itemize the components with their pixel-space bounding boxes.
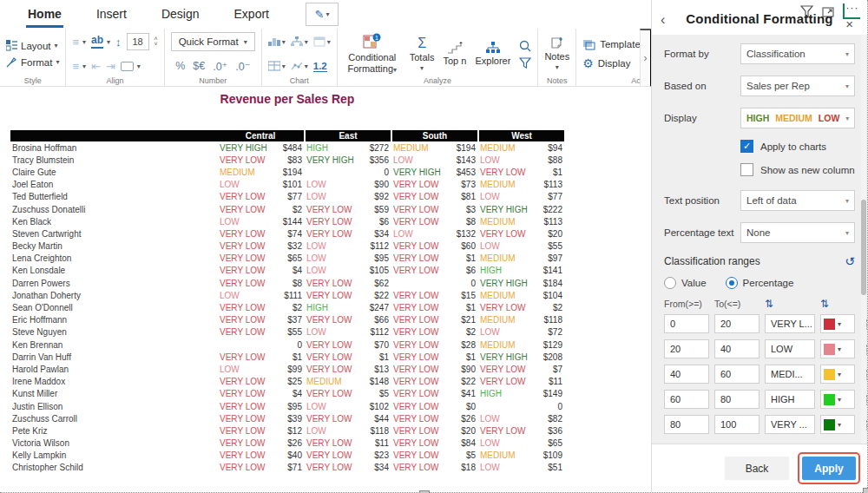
filter-button[interactable]	[519, 57, 531, 69]
table-row[interactable]: Steve NguyenVERY LOW$55LOW$112VERY LOW$2…	[10, 326, 564, 339]
conditional-formatting-button[interactable]: 1 Conditional Formatting▾	[344, 33, 401, 74]
based-on-select[interactable]: Sales per Rep▾	[740, 76, 855, 96]
table-row[interactable]: Harold PawlanLOW$99VERY LOW$13VERY LOW$9…	[10, 363, 564, 375]
range-color-dropdown[interactable]: ▾	[820, 415, 855, 434]
table-row[interactable]: Ken Brennan0VERY LOW$70VERY LOW$28MEDIUM…	[10, 339, 564, 351]
range-from-input[interactable]	[664, 390, 709, 409]
table-row[interactable]: Brosina HoffmanVERY HIGH$484HIGH$272MEDI…	[10, 141, 564, 154]
format-by-select[interactable]: Classification▾	[740, 43, 855, 64]
layout-button[interactable]: Layout▾	[6, 40, 59, 51]
range-to-input[interactable]	[714, 415, 760, 434]
table-row[interactable]: Claire GuteMEDIUM$1940VERY HIGH$453VERY …	[10, 166, 564, 178]
horizontal-align-button[interactable]: ≡▾	[72, 61, 86, 72]
panel-back-button[interactable]: ‹	[661, 12, 665, 28]
table-row[interactable]: Becky MartinVERY LOW$32LOW$112VERY LOW$6…	[10, 240, 564, 253]
explorer-button[interactable]: Explorer	[475, 42, 510, 66]
line-chart-button[interactable]: ▾	[291, 61, 308, 71]
range-name-input[interactable]	[765, 365, 815, 384]
window-chart-button[interactable]: ▾	[313, 36, 331, 47]
increase-decimal-button[interactable]: .0⁺	[213, 60, 227, 73]
table-row[interactable]: Jonathan DohertyLOW$111VERY LOW$22VERY L…	[10, 289, 564, 301]
bar-chart-button[interactable]: ▾	[268, 36, 286, 47]
table-row[interactable]: Kelly LampkinVERY LOW$40VERY LOW$23VERY …	[10, 450, 564, 462]
currency-format-button[interactable]: $€	[193, 60, 205, 72]
text-format-button[interactable]: ab▾	[91, 35, 110, 48]
range-to-input[interactable]	[714, 390, 760, 409]
display-select[interactable]: HIGHMEDIUMLOW▾	[740, 108, 855, 128]
search-button[interactable]	[519, 40, 531, 52]
vertical-align-button[interactable]: ≡▾	[72, 36, 86, 48]
panel-close-button[interactable]: ×	[845, 16, 853, 31]
range-name-input[interactable]	[765, 415, 815, 434]
range-from-input[interactable]	[664, 314, 709, 333]
range-mode-radio-value[interactable]: Value	[664, 277, 707, 289]
range-name-input[interactable]	[765, 339, 815, 358]
templates-button[interactable]: Templates	[582, 39, 640, 50]
table-row[interactable]: Justin EllisonVERY LOW$95LOW$102VERY LOW…	[10, 400, 564, 412]
quick-format-dropdown[interactable]: Quick Format▾	[171, 32, 255, 51]
indent-increase-button[interactable]: ⇥	[106, 61, 115, 72]
font-size-input[interactable]: 18	[127, 33, 149, 50]
table-chart-button[interactable]: ▾	[268, 61, 286, 71]
display-button[interactable]: ⚙ Display	[582, 57, 640, 69]
range-to-input[interactable]	[714, 314, 760, 333]
sort-colors-button[interactable]: ⇅	[820, 298, 855, 310]
decimal-format-button[interactable]: 1.2	[313, 61, 327, 72]
range-name-input[interactable]	[765, 314, 815, 333]
column-header-east[interactable]: East	[304, 130, 391, 141]
tab-design[interactable]: Design	[160, 2, 201, 28]
range-from-input[interactable]	[664, 415, 709, 434]
range-color-dropdown[interactable]: ▾	[820, 390, 855, 409]
range-color-dropdown[interactable]: ▾	[820, 365, 855, 384]
range-color-dropdown[interactable]: ▾	[820, 314, 855, 333]
table-row[interactable]: Zuschuss DonatelliVERY LOW$2VERY LOW$59V…	[10, 203, 564, 215]
percentage-text-select[interactable]: None▾	[740, 222, 855, 243]
notes-button[interactable]: Notes▾	[544, 36, 569, 71]
scrollbar-thumb[interactable]	[861, 200, 866, 295]
table-row[interactable]: Darren PowersVERY LOW$8VERY LOW$620VERY …	[10, 277, 564, 289]
range-to-input[interactable]	[714, 365, 760, 384]
reset-ranges-button[interactable]: ↺	[845, 254, 855, 268]
table-row[interactable]: Ted ButterfieldVERY LOW$77LOW$92VERY LOW…	[10, 191, 564, 203]
table-row[interactable]: Ken BlackLOW$144VERY LOW$6VERY LOW$8MEDI…	[10, 215, 564, 227]
ribbon-expand-button[interactable]: ›	[640, 29, 652, 87]
column-header-central[interactable]: Central	[217, 130, 304, 141]
table-row[interactable]: Lena CreightonVERY LOW$65LOW$95VERY LOW$…	[10, 253, 564, 265]
table-row[interactable]: Victoria WilsonVERY LOW$26VERY LOW$11VER…	[10, 437, 564, 450]
range-from-input[interactable]	[664, 365, 709, 384]
table-row[interactable]: Joel EatonLOW$101LOW$90VERY LOW$73MEDIUM…	[10, 179, 564, 191]
percent-format-button[interactable]: %	[175, 60, 185, 72]
show-as-new-column-checkbox[interactable]: Show as new column	[740, 163, 855, 176]
back-button[interactable]: Back	[725, 457, 789, 480]
table-row[interactable]: Kunst MillerVERY LOW$4VERY LOW$5VERY LOW…	[10, 388, 564, 400]
range-color-dropdown[interactable]: ▾	[820, 339, 855, 358]
table-row[interactable]: Pete KrizVERY LOW$12LOW$118VERY LOW$20VE…	[10, 424, 564, 437]
table-row[interactable]: Ken LonsdaleVERY LOW$4LOW$105VERY LOW$6H…	[10, 265, 564, 277]
decrease-decimal-button[interactable]: .0⁻	[235, 60, 250, 73]
table-row[interactable]: Irene MaddoxVERY LOW$25MEDIUM$148VERY LO…	[10, 376, 564, 388]
text-position-select[interactable]: Left of data▾	[740, 190, 855, 211]
table-row[interactable]: Sean O'DonnellVERY LOW$2HIGH$247VERY LOW…	[10, 301, 564, 313]
table-row[interactable]: Steven CartwrightVERY LOW$74VERY LOW$34L…	[10, 227, 564, 240]
table-row[interactable]: Zuschuss CarrollVERY LOW$39VERY LOW$44VE…	[10, 412, 564, 424]
hierarchy-chart-button[interactable]: ▾	[291, 36, 308, 47]
format-button[interactable]: Format▾	[6, 56, 59, 68]
table-row[interactable]: Darrin Van HuffVERY LOW$1VERY LOW$1VERY …	[10, 351, 564, 363]
range-to-input[interactable]	[714, 339, 760, 358]
tab-export[interactable]: Export	[233, 2, 271, 28]
selection-handle-corner[interactable]	[863, 488, 868, 493]
font-size-stepper[interactable]: ˄˅	[155, 36, 158, 48]
indent-decrease-button[interactable]: ⇤	[91, 61, 101, 72]
range-name-input[interactable]	[765, 390, 815, 409]
panel-scrollbar[interactable]	[861, 35, 866, 444]
column-header-west[interactable]: West	[477, 130, 564, 141]
apply-button[interactable]: Apply	[802, 457, 856, 480]
sort-names-button[interactable]: ⇅	[765, 298, 815, 310]
totals-button[interactable]: Σ Totals▾	[410, 36, 435, 72]
tab-insert[interactable]: Insert	[95, 2, 128, 28]
apply-to-charts-checkbox[interactable]: ✓ Apply to charts	[740, 140, 855, 153]
tab-home[interactable]: Home	[26, 2, 63, 28]
edit-mode-button[interactable]: ✎▾	[306, 3, 339, 26]
table-row[interactable]: Christopher SchildVERY LOW$71VERY LOW$34…	[10, 462, 564, 474]
range-from-input[interactable]	[664, 339, 709, 358]
